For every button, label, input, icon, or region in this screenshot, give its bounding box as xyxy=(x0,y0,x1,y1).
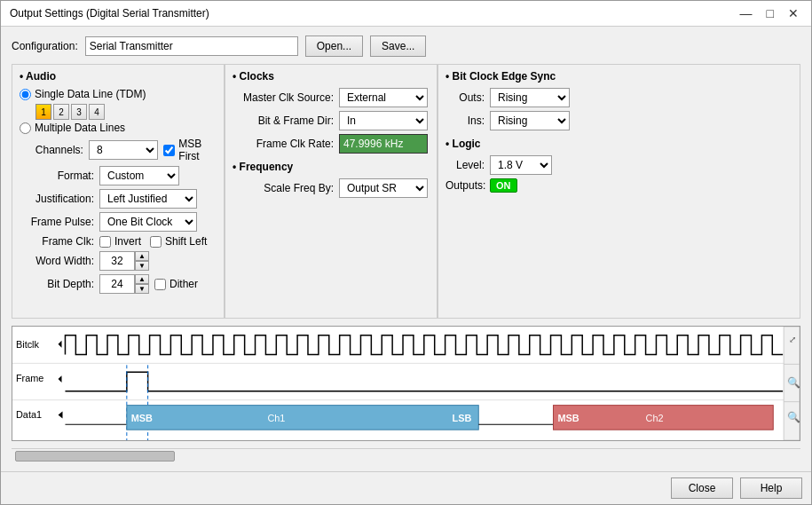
footer-bar: Close Help xyxy=(1,471,811,504)
audio-title: Audio xyxy=(20,70,217,83)
close-button[interactable]: Close xyxy=(671,477,733,499)
justification-label: Justification: xyxy=(20,193,99,205)
word-width-spinbox: ▲ ▼ xyxy=(99,251,149,271)
word-width-up[interactable]: ▲ xyxy=(135,251,149,261)
maximize-button[interactable]: □ xyxy=(763,6,777,20)
master-clk-row: Master Clk Source: External Internal xyxy=(233,88,430,107)
justification-row: Justification: Left Justified Right Just… xyxy=(20,189,217,209)
single-data-line-row: Single Data Line (TDM) xyxy=(20,88,217,100)
bit-depth-down[interactable]: ▼ xyxy=(135,284,149,294)
word-width-row: Word Width: ▲ ▼ xyxy=(20,251,217,271)
master-clk-label: Master Clk Source: xyxy=(233,91,339,104)
bit-depth-spinbox: ▲ ▼ xyxy=(99,274,149,294)
dialog-body: Configuration: Open... Save... Audio Sin… xyxy=(1,27,811,471)
svg-text:Ch1: Ch1 xyxy=(267,413,285,423)
svg-text:Frame: Frame xyxy=(16,373,43,383)
dither-label: Dither xyxy=(169,278,198,290)
channel-btn-3[interactable]: 3 xyxy=(71,104,87,120)
invert-checkbox[interactable] xyxy=(99,236,111,248)
bit-depth-input[interactable] xyxy=(99,274,135,294)
bit-depth-up[interactable]: ▲ xyxy=(135,274,149,284)
ins-label: Ins: xyxy=(445,114,490,127)
format-label: Format: xyxy=(20,170,99,182)
waveform-container: Bitclk Frame Data1 xyxy=(12,326,800,441)
frame-pulse-label: Frame Pulse: xyxy=(20,216,99,228)
bit-frame-dir-label: Bit & Frame Dir: xyxy=(233,114,339,127)
minimize-button[interactable]: ― xyxy=(737,6,756,20)
config-label: Configuration: xyxy=(12,40,78,52)
dialog-window: Output Settings (Digital Serial Transmit… xyxy=(0,0,812,505)
channels-label: Channels: xyxy=(20,144,89,156)
outputs-row: Outputs: ON xyxy=(445,178,792,193)
frame-pulse-select[interactable]: One Bit Clock Two Bit Clock xyxy=(99,212,197,232)
svg-text:🔍: 🔍 xyxy=(787,376,800,389)
scale-freq-row: Scale Freq By: Output SR Input SR xyxy=(233,178,430,198)
shift-left-label: Shift Left xyxy=(165,235,207,248)
outs-label: Outs: xyxy=(445,91,490,104)
waveform-scrollbar[interactable] xyxy=(12,448,800,462)
audio-section: Audio Single Data Line (TDM) 1 2 3 4 Mul… xyxy=(12,64,225,319)
outs-row: Outs: Rising Falling xyxy=(445,88,792,107)
msb-first-label: MSB First xyxy=(178,138,217,162)
frame-clk-row: Frame Clk: Invert Shift Left xyxy=(20,235,217,248)
ins-select[interactable]: Rising Falling xyxy=(490,111,570,130)
logic-title: Logic xyxy=(445,138,792,150)
format-row: Format: Custom I2S LJ RJ xyxy=(20,166,217,185)
multiple-data-lines-label: Multiple Data Lines xyxy=(35,122,125,134)
config-input[interactable] xyxy=(85,36,298,56)
svg-text:MSB: MSB xyxy=(131,413,153,423)
channel-btn-1[interactable]: 1 xyxy=(35,104,51,120)
word-width-down[interactable]: ▼ xyxy=(135,261,149,271)
frequency-title: Frequency xyxy=(233,161,430,173)
frame-clk-rate-row: Frame Clk Rate: xyxy=(233,134,430,154)
help-button[interactable]: Help xyxy=(740,477,802,499)
justification-select[interactable]: Left Justified Right Justified xyxy=(99,189,197,209)
frame-pulse-row: Frame Pulse: One Bit Clock Two Bit Clock xyxy=(20,212,217,232)
save-button[interactable]: Save... xyxy=(370,36,426,57)
level-select[interactable]: 1.8 V 3.3 V 5 V xyxy=(490,155,552,175)
word-width-input[interactable] xyxy=(99,251,135,271)
scrollbar-thumb[interactable] xyxy=(15,451,175,462)
dither-row: Dither xyxy=(154,278,198,290)
bit-frame-dir-select[interactable]: In Out xyxy=(339,111,428,130)
single-data-line-label: Single Data Line (TDM) xyxy=(35,88,146,100)
main-sections: Audio Single Data Line (TDM) 1 2 3 4 Mul… xyxy=(12,64,800,319)
bitclock-logic-section: Bit Clock Edge Sync Outs: Rising Falling… xyxy=(438,64,800,319)
bitclock-title: Bit Clock Edge Sync xyxy=(445,70,792,83)
svg-text:MSB: MSB xyxy=(557,413,579,423)
close-button[interactable]: ✕ xyxy=(784,6,802,20)
bit-depth-btns: ▲ ▼ xyxy=(135,274,149,294)
frame-clk-rate-input[interactable] xyxy=(339,134,428,154)
single-data-line-radio[interactable] xyxy=(20,89,31,100)
master-clk-select[interactable]: External Internal xyxy=(339,88,428,107)
shift-left-checkbox[interactable] xyxy=(150,236,162,248)
svg-text:🔍: 🔍 xyxy=(787,411,800,423)
channel-btn-2[interactable]: 2 xyxy=(53,104,69,120)
multiple-data-lines-radio[interactable] xyxy=(20,122,31,134)
outputs-badge[interactable]: ON xyxy=(490,178,517,193)
scale-freq-select[interactable]: Output SR Input SR xyxy=(339,178,428,198)
level-label: Level: xyxy=(445,159,490,171)
bit-depth-row: Bit Depth: ▲ ▼ Dither xyxy=(20,274,217,294)
format-select[interactable]: Custom I2S LJ RJ xyxy=(99,166,179,185)
svg-text:Bitclk: Bitclk xyxy=(16,339,40,350)
clocks-title: Clocks xyxy=(233,70,430,83)
channel-btn-4[interactable]: 4 xyxy=(89,104,105,120)
word-width-btns: ▲ ▼ xyxy=(135,251,149,271)
outs-select[interactable]: Rising Falling xyxy=(490,88,570,107)
open-button[interactable]: Open... xyxy=(305,36,363,57)
svg-text:LSB: LSB xyxy=(453,413,472,423)
channels-select[interactable]: 8 xyxy=(89,140,158,160)
svg-rect-9 xyxy=(127,406,478,430)
multiple-data-lines-row: Multiple Data Lines xyxy=(20,122,217,134)
title-bar: Output Settings (Digital Serial Transmit… xyxy=(1,1,811,27)
msb-first-checkbox[interactable] xyxy=(163,145,175,156)
bit-depth-label: Bit Depth: xyxy=(20,278,99,290)
invert-label: Invert xyxy=(114,235,141,248)
svg-text:Data1: Data1 xyxy=(16,409,42,420)
config-row: Configuration: Open... Save... xyxy=(12,36,800,57)
ins-row: Ins: Rising Falling xyxy=(445,111,792,130)
dither-checkbox[interactable] xyxy=(154,279,166,290)
waveform-svg: Bitclk Frame Data1 xyxy=(12,327,800,440)
svg-text:⤢: ⤢ xyxy=(789,335,796,344)
